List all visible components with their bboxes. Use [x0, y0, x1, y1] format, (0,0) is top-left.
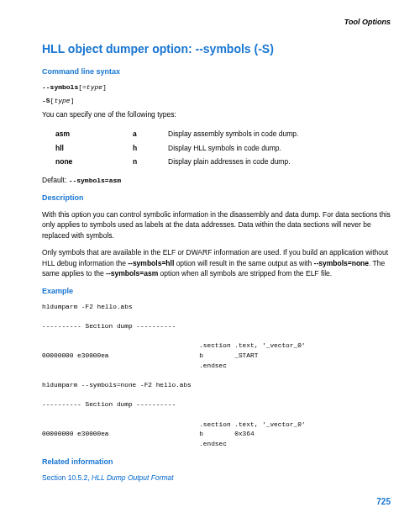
- example-block: hldumparm -F2 hello.abs ---------- Secti…: [42, 303, 391, 450]
- text: option when all symbols are stripped fro…: [158, 269, 332, 278]
- type-name: hll: [55, 142, 131, 155]
- type-short: a: [133, 128, 166, 140]
- default-value: --symbols=asm: [69, 177, 121, 184]
- text: option will result in the same output as…: [174, 259, 313, 267]
- default-label: Default:: [42, 176, 69, 184]
- type-desc: Display HLL symbols in code dump.: [168, 142, 298, 155]
- link-section: Section 10.5.2,: [42, 473, 92, 482]
- table-row: none n Display plain addresses in code d…: [55, 156, 298, 168]
- page-number: 725: [376, 495, 391, 508]
- type-short: h: [133, 142, 166, 155]
- syntax-arg: type: [87, 83, 102, 91]
- type-name: none: [55, 156, 131, 168]
- default-line: Default: --symbols=asm: [42, 175, 391, 186]
- syntax-cmd: --symbols: [42, 83, 78, 91]
- desc-para1: With this option you can control symboli…: [42, 209, 391, 241]
- opt: --symbols=none: [314, 259, 369, 267]
- syntax-cmd: -S: [42, 97, 50, 104]
- table-row: hll h Display HLL symbols in code dump.: [55, 142, 298, 155]
- table-row: asm a Display assembly symbols in code d…: [55, 128, 298, 140]
- opt: --symbols=hll: [128, 259, 174, 267]
- link-title: HLL Dump Output Format: [92, 473, 174, 482]
- type-desc: Display assembly symbols in code dump.: [168, 128, 298, 140]
- heading-example: Example: [42, 286, 391, 298]
- opt: --symbols=asm: [106, 269, 158, 278]
- heading-syntax: Command line syntax: [42, 66, 391, 78]
- syntax-bracket: [=: [78, 83, 87, 91]
- header-section: Tool Options: [42, 17, 391, 29]
- desc-para2: Only symbols that are available in the E…: [42, 247, 391, 279]
- type-short: n: [133, 156, 166, 168]
- type-name: asm: [55, 128, 131, 140]
- types-table: asm a Display assembly symbols in code d…: [54, 126, 300, 170]
- syntax-bracket: ]: [71, 97, 75, 104]
- heading-description: Description: [42, 193, 391, 204]
- page-title: HLL object dumper option: --symbols (-S): [42, 40, 391, 58]
- type-desc: Display plain addresses in code dump.: [168, 156, 298, 168]
- syntax-line-1: --symbols[=type]: [42, 82, 391, 92]
- syntax-arg: type: [54, 97, 70, 104]
- related-link[interactable]: Section 10.5.2, HLL Dump Output Format: [42, 473, 391, 484]
- syntax-intro: You can specify one of the following typ…: [42, 109, 391, 120]
- syntax-bracket: ]: [102, 83, 107, 91]
- syntax-line-2: -S[type]: [42, 96, 391, 106]
- heading-related: Related information: [42, 457, 391, 468]
